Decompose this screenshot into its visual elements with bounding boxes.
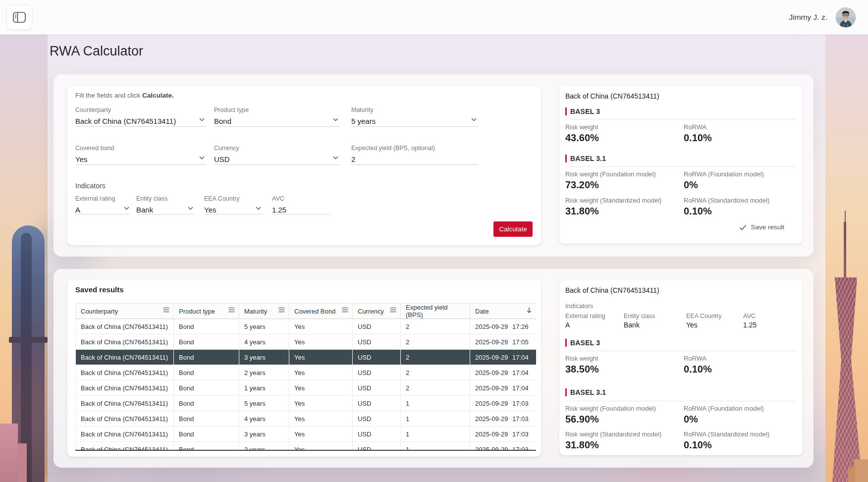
table-row[interactable]: Back of China (CN764513411)Bond5 yearsYe… — [76, 396, 537, 411]
save-result-button[interactable]: Save result — [739, 223, 784, 231]
selected-result-details-panel: Back of China (CN764513411) Indicators E… — [559, 280, 803, 455]
filter-icon[interactable] — [228, 307, 235, 313]
column-header-currency[interactable]: Currency — [353, 304, 401, 319]
risk-weight-standardized-metric: Risk weight (Standardized model) 31.80% — [565, 197, 679, 217]
table-cell: 1 years — [239, 380, 289, 396]
user-avatar[interactable] — [836, 7, 856, 27]
column-header-maturity[interactable]: Maturity — [239, 304, 289, 319]
chevron-down-icon — [188, 207, 193, 210]
table-cell: Bond — [174, 334, 239, 350]
indicator-label: AVC — [743, 313, 757, 320]
column-header-counterparty[interactable]: Counterparty — [76, 304, 174, 319]
column-header-label: Covered Bond — [294, 308, 335, 315]
table-cell: Bond — [174, 427, 239, 442]
table-cell: 5 years — [239, 319, 289, 334]
maturity-value: 5 years — [351, 116, 478, 126]
column-header-label: Maturity — [244, 308, 267, 315]
details-risk-weight-standardized-metric: Risk weight (Standardized model) 31.80% — [565, 430, 679, 451]
metric-label: RoRWA (Foundation model) — [684, 170, 798, 178]
column-header-date[interactable]: Date — [470, 304, 537, 319]
expected-yield-input[interactable]: Expected yield (BPS, optional) 2 — [351, 145, 478, 165]
external-rating-select[interactable]: External rating A — [75, 195, 131, 214]
table-cell: 2025-09-29 17:03 — [470, 427, 537, 442]
calculation-result-panel: Back of China (CN764513411) BASEL 3 Risk… — [559, 86, 803, 244]
entity-class-select[interactable]: Entity class Bank — [136, 195, 195, 214]
red-accent-bar — [565, 107, 567, 115]
maturity-select[interactable]: Maturity 5 years — [351, 107, 478, 127]
eea-country-select[interactable]: EEA Country Yes — [204, 195, 263, 214]
skyscraper-left-band — [9, 337, 48, 343]
table-cell: Back of China (CN764513411) — [76, 411, 174, 427]
column-header-expected-yield-bps-[interactable]: Expected yield (BPS) — [401, 304, 470, 319]
results-table-head-row: CounterpartyProduct typeMaturityCovered … — [76, 304, 537, 319]
currency-select[interactable]: Currency USD — [214, 145, 340, 165]
avc-input[interactable]: AVC 1.25 — [272, 195, 330, 214]
table-row[interactable]: Back of China (CN764513411)Bond4 yearsYe… — [76, 411, 537, 427]
table-row[interactable]: Back of China (CN764513411)Bond4 yearsYe… — [76, 334, 537, 350]
table-cell: USD — [353, 427, 401, 442]
table-cell: Bond — [174, 442, 239, 451]
table-row[interactable]: Back of China (CN764513411)Bond2 yearsYe… — [76, 442, 537, 451]
table-cell: 2025-09-29 17:26 — [470, 319, 537, 334]
counterparty-select[interactable]: Counterparty Back of China (CN764513411) — [75, 107, 206, 127]
chevron-down-icon — [333, 156, 338, 160]
details-risk-weight-metric: Risk weight 38.50% — [565, 355, 679, 375]
indicator-value: Yes — [686, 321, 722, 329]
table-cell: 2 years — [239, 442, 289, 451]
filter-icon[interactable] — [342, 307, 348, 313]
divider — [565, 166, 797, 167]
table-cell: 4 years — [239, 411, 289, 427]
table-row[interactable]: Back of China (CN764513411)Bond3 yearsYe… — [76, 350, 537, 365]
calculate-button[interactable]: Calculate — [493, 221, 533, 237]
chevron-down-icon — [124, 207, 129, 210]
external-rating-label: External rating — [75, 195, 131, 203]
building-right-small — [854, 459, 868, 482]
table-cell: 5 years — [239, 396, 289, 411]
table-row[interactable]: Back of China (CN764513411)Bond2 yearsYe… — [76, 365, 537, 380]
filter-icon[interactable] — [163, 307, 169, 313]
table-row[interactable]: Back of China (CN764513411)Bond5 yearsYe… — [76, 319, 537, 334]
saved-results-table-container[interactable]: CounterpartyProduct typeMaturityCovered … — [75, 303, 536, 451]
covered-bond-label: Covered bond — [75, 145, 206, 152]
metric-value: 56.90% — [565, 414, 679, 425]
page-title: RWA Calculator — [50, 44, 143, 59]
metric-label: RoRWA (Standardized model) — [684, 197, 798, 204]
covered-bond-value: Yes — [75, 154, 206, 164]
table-cell: USD — [353, 396, 401, 411]
table-cell: 2025-09-29 17:05 — [470, 334, 537, 350]
metric-label: RoRWA (Foundation model) — [684, 405, 798, 412]
sort-desc-icon[interactable] — [526, 307, 532, 314]
indicator-value: A — [565, 321, 605, 329]
covered-bond-select[interactable]: Covered bond Yes — [75, 145, 206, 165]
filter-icon[interactable] — [390, 307, 396, 313]
table-cell: Back of China (CN764513411) — [76, 365, 174, 380]
table-cell: 2 years — [239, 365, 289, 380]
form-instruction-emphasis: Calculate. — [142, 92, 174, 99]
table-cell: Back of China (CN764513411) — [76, 396, 174, 411]
indicator-label: Entity class — [624, 313, 655, 320]
column-header-product-type[interactable]: Product type — [174, 304, 239, 319]
table-cell: USD — [353, 365, 401, 380]
sidebar-toggle-button[interactable] — [6, 5, 32, 30]
table-row[interactable]: Back of China (CN764513411)Bond3 yearsYe… — [76, 427, 537, 442]
table-cell: 1 — [401, 411, 470, 427]
rorwa-foundation-metric: RoRWA (Foundation model) 0% — [684, 170, 798, 191]
details-counterparty-title: Back of China (CN764513411) — [565, 286, 659, 294]
table-cell: 2025-09-29 17:03 — [470, 442, 537, 451]
column-header-covered-bond[interactable]: Covered Bond — [289, 304, 353, 319]
details-rorwa-standardized-metric: RoRWA (Standardized model) 0.10% — [684, 430, 798, 451]
table-cell: 2025-09-29 17:04 — [470, 380, 537, 396]
rwa-calculator-page: Jimmy J. z. RWA Calculator Fill the fiel… — [0, 0, 868, 482]
table-row[interactable]: Back of China (CN764513411)Bond1 yearsYe… — [76, 380, 537, 396]
filter-icon[interactable] — [278, 307, 285, 313]
metric-value: 43.60% — [565, 132, 679, 144]
eea-country-label: EEA Country — [204, 195, 263, 203]
table-cell: Yes — [289, 380, 353, 396]
details-basel31-section-header: BASEL 3.1 — [565, 388, 606, 396]
result-counterparty-title: Back of China (CN764513411) — [565, 92, 659, 100]
indicator-value: 1.25 — [743, 321, 757, 329]
metric-label: RoRWA — [684, 355, 798, 362]
product-type-select[interactable]: Product type Bond — [214, 107, 340, 127]
eea-country-value: Yes — [204, 205, 263, 215]
red-accent-bar — [565, 388, 567, 396]
